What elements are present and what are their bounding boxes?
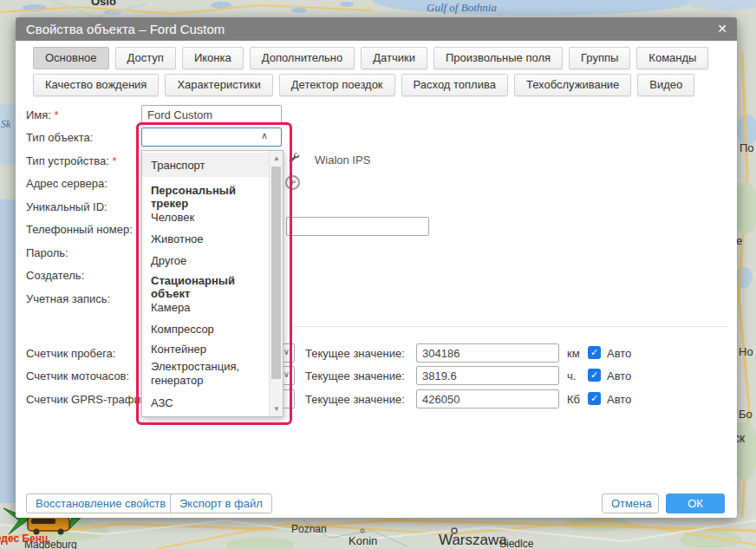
dropdown-group-stationary-object: Стационарный объект [142,276,269,298]
dialog-titlebar: Свойства объекта – Ford Custom ✕ [16,17,737,41]
dropdown-option-zhivotnoe[interactable]: Животное [142,228,269,250]
dropdown-scrollbar[interactable]: ▲ ▼ [269,151,283,416]
scroll-up-icon[interactable]: ▲ [270,154,284,162]
tab-dopolnitelno[interactable]: Дополнительно [250,47,355,69]
tab-dostup[interactable]: Доступ [115,47,176,69]
phone-label: Телефонный номер: [26,223,133,236]
auto-label: Авто [607,369,631,382]
creator-label: Создатель: [26,269,84,282]
dropdown-option-kompressor[interactable]: Компрессор [142,318,269,340]
map-label-siedlce: Siedlce [499,538,533,549]
password-label: Пароль: [26,246,68,259]
gprs-traffic-auto-checkbox[interactable]: ✓ [588,392,601,405]
map-unit-name-label: Мерседес Бенц [0,533,48,545]
mileage-counter-label: Счетчик пробега: [26,347,115,360]
scroll-down-icon[interactable]: ▼ [270,405,284,413]
tab-datchiki[interactable]: Датчики [361,47,427,69]
mileage-auto-checkbox[interactable]: ✓ [588,346,601,359]
map-label-right-4: Бо [739,408,753,421]
current-value-label: Текущее значение: [305,347,405,360]
account-label: Учетная запись: [26,292,110,305]
required-mark: * [113,154,117,167]
map-label-konin: Konin [349,534,377,547]
map-label-poznan: Poznan [291,523,327,535]
map-label-right-1: По [740,141,754,154]
object-type-dropdown: Транспорт Персональный трекер Человек Жи… [141,150,284,417]
tabs-row-2: Качество вождения Характеристики Детекто… [33,74,694,96]
device-type-value: Wialon IPS [315,154,370,167]
tab-tekhobsluzhivanie[interactable]: Техобслуживание [514,74,631,96]
engine-hours-unit: ч. [567,369,576,382]
dropdown-group-personal-tracker: Персональный трекер [142,186,269,208]
map-label-gulf-of-bothnia: Gulf of Bothnia [427,1,497,15]
tab-osnovnoe[interactable]: Основное [33,47,109,69]
server-address-label: Адрес сервера: [26,177,108,190]
required-mark: * [55,108,59,121]
dropdown-option-elektrostantsiya[interactable]: Электростанция, генератор [142,359,269,389]
tab-komandy[interactable]: Команды [636,47,708,69]
tab-kachestvo-vozhdeniya[interactable]: Качество вождения [33,74,159,96]
object-type-label: Тип объекта: [26,131,93,144]
restore-properties-button[interactable]: Восстановление свойств [26,493,175,513]
map-label-oslo: Oslo [91,0,116,8]
dropdown-option-azs[interactable]: АЗС [142,392,269,414]
scrollbar-thumb[interactable] [271,167,281,379]
tab-gruppy[interactable]: Группы [569,47,630,69]
map-label-right-2: е [736,234,742,247]
dropdown-option-transport[interactable]: Транспорт [142,153,269,177]
tabs-row-1: Основное Доступ Иконка Дополнительно Дат… [33,47,708,69]
dialog-title: Свойства объекта – Ford Custom [26,22,225,36]
chevron-down-icon: ∨ [284,347,290,356]
object-properties-dialog: Свойства объекта – Ford Custom ✕ Основно… [16,17,737,518]
gprs-traffic-unit: Кб [567,393,580,406]
dropdown-option-kamera[interactable]: Камера [142,297,269,318]
wrench-icon [287,152,301,166]
ip-icon: IP [285,175,300,190]
screen: Oslo Gulf of Bothnia Sk По е Но Бо ск Po… [0,0,756,549]
dropdown-option-drugoe[interactable]: Другое [142,250,269,271]
tab-detektor-poezdok[interactable]: Детектор поездок [279,74,395,96]
current-value-label: Текущее значение: [305,393,405,406]
map-label-right-3: Но [739,345,753,358]
name-input[interactable] [141,105,282,124]
chevron-up-icon[interactable]: ∧ [261,130,268,141]
mileage-unit: км [567,347,580,360]
unique-id-label: Уникальный ID: [26,200,108,213]
tab-proizvolnye-polya[interactable]: Произвольные поля [433,47,563,69]
gprs-traffic-counter-label: Счетчик GPRS-трафика: [26,393,154,406]
cancel-button[interactable]: Отмена [602,493,659,513]
tab-ikonka[interactable]: Иконка [182,47,244,69]
tab-kharakteristiki[interactable]: Характеристики [165,74,272,96]
close-icon[interactable]: ✕ [717,17,727,41]
engine-hours-value-input[interactable] [416,366,559,385]
engine-hours-auto-checkbox[interactable]: ✓ [588,369,601,382]
dropdown-option-chelovek[interactable]: Человек [142,206,269,228]
current-value-label: Текущее значение: [305,369,405,382]
chevron-down-icon: ∨ [284,369,290,379]
name-label: Имя: * [26,108,59,121]
tab-raskhod-topliva[interactable]: Расход топлива [401,74,508,96]
device-type-label: Тип устройства: * [26,154,117,167]
export-to-file-button[interactable]: Экспорт в файл [170,493,272,513]
auto-label: Авто [607,347,631,360]
section-divider [293,326,727,327]
mileage-value-input[interactable] [416,343,559,363]
dropdown-option-konteyner[interactable]: Контейнер [142,338,269,360]
tab-video[interactable]: Видео [637,74,694,96]
ok-button[interactable]: ОК [666,493,725,513]
map-label-warszawa: Warszawa [439,532,507,549]
map-label-sk: Sk [1,118,10,131]
gprs-traffic-value-input[interactable] [416,389,559,408]
auto-label: Авто [607,393,631,406]
phone-input[interactable] [286,217,429,236]
engine-hours-counter-label: Счетчик моточасов: [26,369,129,382]
